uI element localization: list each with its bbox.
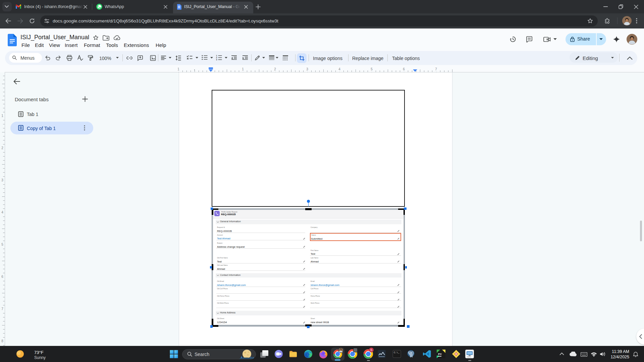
svg-text:C:\_: C:\_ xyxy=(394,351,400,354)
svg-text:TaskPro: TaskPro xyxy=(467,356,471,358)
svg-text:PC: PC xyxy=(438,353,442,356)
svg-text:3: 3 xyxy=(216,59,217,60)
